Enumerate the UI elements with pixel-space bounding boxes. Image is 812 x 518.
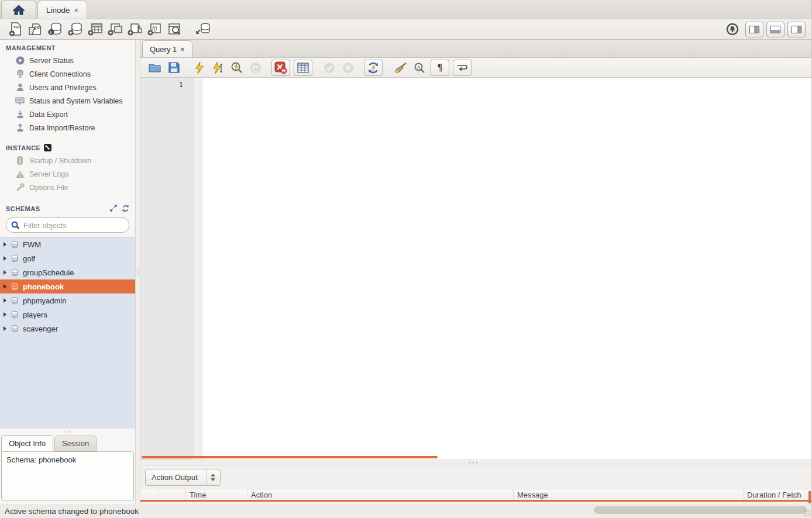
svg-text:f(): f() (152, 26, 157, 32)
expander-icon[interactable] (4, 242, 6, 247)
execute-current-button[interactable] (209, 60, 227, 75)
expander-icon[interactable] (4, 312, 6, 317)
schema-item-phonebook[interactable]: phonebook (0, 279, 135, 293)
limit-rows-button[interactable] (294, 60, 312, 76)
expander-icon[interactable] (4, 326, 6, 331)
schema-item-phpmyadmin[interactable]: phpmyadmin (0, 293, 135, 308)
find-button[interactable]: A (411, 60, 428, 75)
editor-horizontal-scrollbar[interactable] (142, 456, 438, 458)
schema-icon (11, 310, 19, 319)
toggle-right-sidebar-button[interactable] (787, 22, 806, 37)
output-horizontal-scrollbar[interactable] (594, 506, 807, 514)
close-icon[interactable]: × (180, 45, 185, 54)
save-button[interactable] (165, 60, 183, 75)
line-number-gutter: 1 (140, 78, 194, 460)
tab-object-info[interactable]: Object Info (1, 435, 53, 451)
notifier-icon[interactable] (722, 21, 742, 37)
expander-icon[interactable] (4, 284, 6, 289)
import-up-icon (15, 123, 25, 133)
column-time[interactable]: Time (186, 489, 247, 500)
schema-icon (11, 254, 19, 263)
toggle-left-sidebar-button[interactable] (745, 22, 763, 37)
wrap-text-button[interactable] (453, 60, 472, 76)
monitor-icon (15, 96, 25, 106)
schema-item-fwm[interactable]: FWM (0, 237, 135, 251)
sidebar-item-client-connections[interactable]: Client Connections (0, 67, 135, 81)
search-icon (11, 221, 20, 230)
new-sql-tab-button[interactable]: SQL (6, 21, 26, 37)
column-action[interactable]: Action (247, 489, 514, 500)
connection-tab-linode[interactable]: Linode × (37, 1, 87, 19)
stop-button[interactable] (247, 60, 264, 75)
create-table-button[interactable] (85, 21, 105, 37)
create-function-button[interactable]: f() (145, 21, 165, 37)
column-message[interactable]: Message (514, 489, 744, 500)
create-schema-button[interactable] (66, 21, 85, 37)
explain-button[interactable] (228, 60, 246, 75)
schema-item-scavenger[interactable]: scavenger (0, 322, 135, 336)
show-invisibles-button[interactable]: ¶ (431, 60, 449, 76)
client-connections-icon (15, 70, 25, 79)
refresh-icon[interactable] (122, 205, 129, 212)
sidebar-item-server-logs[interactable]: Server Logs (0, 167, 135, 181)
rollback-button[interactable] (339, 60, 357, 75)
left-sidebar-icon (749, 26, 759, 33)
expander-icon[interactable] (4, 270, 6, 275)
schema-item-groupschedule[interactable]: groupSchedule (0, 265, 135, 279)
toggle-bottom-panel-button[interactable] (766, 22, 785, 37)
clean-button[interactable] (392, 60, 410, 75)
sidebar-item-options-file[interactable]: Options File (0, 181, 135, 194)
sidebar-item-data-import[interactable]: Data Import/Restore (0, 121, 135, 134)
line-number: 1 (178, 80, 183, 89)
connection-tab-bar: Linode × (0, 0, 811, 19)
query-tab[interactable]: Query 1 × (142, 40, 192, 57)
tab-session[interactable]: Session (54, 436, 97, 451)
sidebar-item-data-export[interactable]: Data Export (0, 108, 135, 121)
object-info-panel: Schema: phonebook (1, 451, 134, 500)
sidebar-item-server-status[interactable]: Server Status (0, 54, 135, 67)
expander-icon[interactable] (4, 298, 6, 303)
schema-icon (11, 296, 19, 305)
open-sql-script-button[interactable]: SQL (26, 21, 46, 37)
search-data-button[interactable] (165, 21, 185, 37)
toggle-autocommit-button[interactable] (364, 60, 383, 76)
home-icon (12, 5, 25, 15)
sidebar-item-startup-shutdown[interactable]: Startup / Shutdown (0, 154, 135, 167)
sidebar-item-status-system-variables[interactable]: Status and System Variables (0, 94, 135, 108)
open-file-button[interactable] (146, 60, 164, 75)
toggle-stop-on-error-button[interactable] (271, 60, 290, 76)
expand-icon[interactable] (110, 205, 117, 212)
create-view-button[interactable] (105, 21, 125, 37)
svg-text:i: i (50, 30, 51, 35)
sidebar-item-users-privileges[interactable]: Users and Privileges (0, 81, 135, 94)
output-vertical-scrollbar[interactable] (808, 491, 811, 503)
svg-text:A: A (417, 64, 421, 70)
create-procedure-button[interactable] (125, 21, 145, 37)
output-table-header: Time Action Message Duration / Fetch (140, 489, 811, 502)
wrap-text-icon (457, 64, 467, 72)
schema-item-golf[interactable]: golf (0, 251, 135, 265)
schema-filter-input[interactable] (23, 221, 126, 230)
warning-triangle-icon (15, 170, 25, 179)
schema-item-players[interactable]: players (0, 308, 135, 322)
column-duration-fetch[interactable]: Duration / Fetch (744, 489, 811, 500)
object-info-tab-bar: Object Info Session (0, 435, 135, 451)
output-type-select[interactable]: Action Output (145, 469, 221, 486)
commit-button[interactable] (321, 60, 338, 75)
inspect-database-button[interactable]: i (46, 21, 66, 37)
select-spinner-icon (206, 469, 215, 485)
main-splitter[interactable] (135, 40, 140, 504)
expander-icon[interactable] (4, 256, 6, 261)
close-icon[interactable]: × (74, 6, 79, 15)
sidebar-splitter[interactable] (0, 429, 135, 435)
output-splitter[interactable] (140, 460, 811, 465)
code-area[interactable] (203, 78, 811, 460)
resize-grip[interactable] (803, 510, 810, 517)
home-tab[interactable] (1, 1, 36, 19)
execute-button[interactable] (191, 60, 208, 75)
column-index[interactable] (159, 489, 186, 500)
sql-editor[interactable]: 1 (140, 78, 811, 460)
schema-icon (11, 282, 19, 291)
reconnect-dbms-button[interactable] (193, 21, 213, 37)
column-icon[interactable] (140, 489, 159, 500)
